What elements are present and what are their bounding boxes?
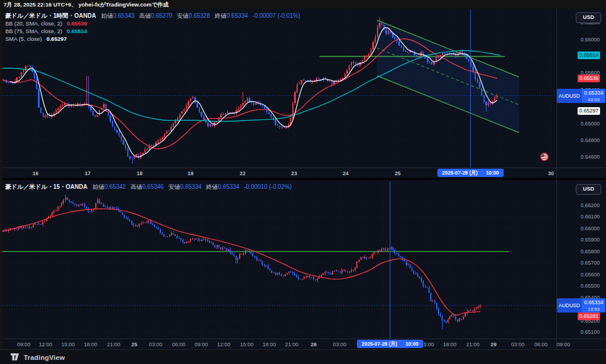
price-axis-label: 0.65900 <box>581 236 600 244</box>
time-axis-label: 21:00 <box>107 341 121 348</box>
tradingview-workspace: 7月 28, 2025 22:16 UTC+9、 yohei-fxがTradin… <box>0 0 606 364</box>
low-value: 0.65334 <box>180 183 201 190</box>
time-axis-label: 09:00 <box>557 341 570 348</box>
symbol-tag: AUDUSD <box>557 89 582 103</box>
crosshair-date-tag: 2025-07-28 (月)10:00 <box>437 169 504 177</box>
panel-divider[interactable] <box>0 178 606 180</box>
crosshair-time: 10:00 <box>486 169 499 177</box>
bb75-value: 0.65814 <box>67 28 87 34</box>
price-axis-label: 0.64800 <box>581 137 600 144</box>
high-value: 0.65346 <box>142 183 163 190</box>
time-axis-label: 25 <box>395 170 401 177</box>
time-axis-label: 16 <box>33 170 38 177</box>
change-value: -0.00010 (-0.02%) <box>244 183 292 190</box>
current-price-tag: AUDUSD0.6533413:53 <box>557 298 605 313</box>
price-axis-label: 0.66000 <box>581 36 600 44</box>
low-label: 安値 <box>177 12 189 19</box>
open-value: 0.65342 <box>105 183 126 190</box>
tradingview-logo-icon[interactable] <box>11 353 20 361</box>
time-axis-label: 09:00 <box>17 341 31 348</box>
price-axis-label: 0.65000 <box>581 120 600 128</box>
footer-bar: TradingView <box>0 349 606 364</box>
crosshair-date-tag: 2025-07-28 (月)10:00 <box>357 340 423 348</box>
creation-banner: 7月 28, 2025 22:16 UTC+9、 yohei-fxがTradin… <box>0 0 606 9</box>
bb20-value: 0.65539 <box>67 20 87 27</box>
legend-main-row[interactable]: 豪ドル／米ドル・15・OANDA 始値0.65342 高値0.65346 安値0… <box>5 183 295 191</box>
time-axis-label: 09:00 <box>195 341 208 348</box>
time-axis-label: 06:00 <box>172 341 186 348</box>
time-axis-label: 06:00 <box>534 341 548 348</box>
time-axis-label: 29 <box>491 341 497 348</box>
sma5-value: 0.65297 <box>46 36 66 42</box>
crosshair-date: 2025-07-28 (月) <box>442 169 478 177</box>
time-axis-label: 18:00 <box>263 341 276 348</box>
time-axis-label: 03:00 <box>149 341 163 348</box>
change-value: -0.00007 (-0.01%) <box>253 12 301 19</box>
time-axis-label: 23 <box>291 170 297 177</box>
time-axis-label: 19 <box>188 170 194 177</box>
close-label: 終値 <box>206 183 218 190</box>
symbol-title: 豪ドル／米ドル・15・OANDA <box>5 183 88 190</box>
currency-unit-button-top[interactable]: USD <box>576 12 601 23</box>
time-axis-label: 18:00 <box>443 341 457 348</box>
crosshair-time: 10:00 <box>405 340 418 348</box>
price-axis-label: 0.64600 <box>581 153 600 161</box>
time-axis-label: 15:00 <box>62 341 75 348</box>
us-flag-event-icon[interactable] <box>540 153 549 161</box>
legend-main-row[interactable]: 豪ドル／米ドル・1時間・OANDA 始値0.65343 高値0.65370 安値… <box>5 12 303 20</box>
close-value: 0.65334 <box>227 12 248 19</box>
symbol-title: 豪ドル／米ドル・1時間・OANDA <box>5 12 96 19</box>
price-axis-label: 0.65700 <box>581 259 600 267</box>
last-price-and-countdown: 0.6533413:53 <box>582 298 606 313</box>
currency-unit-button-bottom[interactable]: USD <box>576 184 601 195</box>
time-axis-label: 03:00 <box>511 341 525 348</box>
chart-canvas-audusd-15m[interactable] <box>0 181 556 339</box>
indicator-row-bb75[interactable]: BB (75, SMA, close, 2) 0.65814 <box>5 27 303 35</box>
high-value: 0.65370 <box>151 12 172 19</box>
time-axis-top[interactable] <box>0 168 606 178</box>
price-axis-label: 0.65800 <box>581 248 600 256</box>
open-value: 0.65343 <box>113 12 134 19</box>
time-axis-label: 21:00 <box>285 341 299 348</box>
time-axis-label: 24 <box>343 170 349 177</box>
bb75-label: BB (75, SMA, close, 2) <box>5 28 62 34</box>
indicator-price-tag: 0.65814 <box>578 51 600 59</box>
time-axis-label: 25 <box>131 341 137 348</box>
price-axis-label: 0.65500 <box>581 282 600 290</box>
crosshair-date: 2025-07-28 (月) <box>362 340 397 348</box>
time-axis-label: 15:00 <box>240 341 254 348</box>
legend-hourly: 豪ドル／米ドル・1時間・OANDA 始値0.65343 高値0.65370 安値… <box>5 12 303 43</box>
price-axis-label: 0.66000 <box>581 225 600 233</box>
high-label: 高値 <box>139 12 151 19</box>
time-axis-label: 18 <box>137 170 143 177</box>
open-label: 始値 <box>101 12 113 19</box>
price-axis-label: 0.65600 <box>581 271 600 279</box>
indicator-price-tag: 0.65297 <box>578 107 600 115</box>
open-label: 始値 <box>93 183 105 190</box>
window-edge <box>0 9 2 349</box>
indicator-price-tag: 0.65539 <box>578 75 600 82</box>
low-value: 0.65328 <box>189 12 210 19</box>
time-axis-label: 12:00 <box>39 341 53 348</box>
current-price-tag: AUDUSD0.6533443:53 <box>557 89 605 103</box>
indicator-row-bb20[interactable]: BB (20, SMA, close, 2) 0.65539 <box>5 20 303 27</box>
time-axis-label: 22 <box>240 170 246 177</box>
indicator-row-sma5[interactable]: SMA (5, close) 0.65297 <box>5 35 303 43</box>
time-axis-label: 12:00 <box>217 341 231 348</box>
high-label: 高値 <box>130 183 142 190</box>
sma5-label: SMA (5, close) <box>5 36 42 42</box>
time-axis-label: 21:00 <box>466 341 480 348</box>
price-axis-label: 0.65100 <box>581 328 600 336</box>
time-axis-label: 18:00 <box>84 341 98 348</box>
ma-line-ma-red <box>0 209 481 315</box>
time-axis-label: 03:00 <box>333 341 347 348</box>
price-axis-label: 0.66200 <box>581 202 600 210</box>
tradingview-wordmark[interactable]: TradingView <box>24 354 65 361</box>
price-axis-border-bottom-panel[interactable] <box>556 180 557 349</box>
last-price-and-countdown: 0.6533443:53 <box>582 89 606 103</box>
low-label: 安値 <box>168 183 180 190</box>
close-value: 0.65334 <box>218 183 239 190</box>
time-axis-border-bottom-panel <box>0 339 606 339</box>
close-label: 終値 <box>215 12 227 19</box>
legend-15m: 豪ドル／米ドル・15・OANDA 始値0.65342 高値0.65346 安値0… <box>5 183 295 191</box>
